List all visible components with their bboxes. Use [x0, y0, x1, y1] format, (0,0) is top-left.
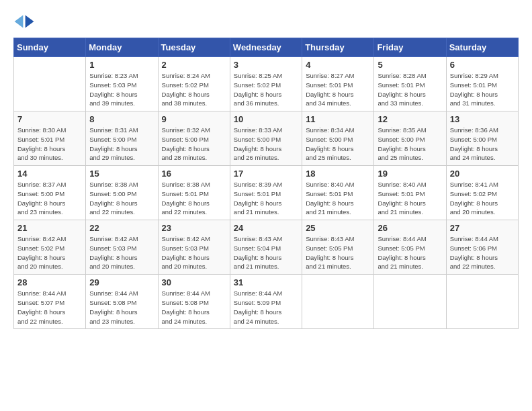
- day-info: Sunrise: 8:25 AM Sunset: 5:02 PM Dayligh…: [234, 71, 298, 108]
- calendar-cell: 9Sunrise: 8:32 AM Sunset: 5:00 PM Daylig…: [158, 111, 230, 166]
- day-number: 14: [17, 169, 82, 179]
- calendar-week-row: 28Sunrise: 8:44 AM Sunset: 5:07 PM Dayli…: [14, 275, 519, 329]
- day-number: 7: [17, 114, 82, 124]
- calendar-cell: 19Sunrise: 8:40 AM Sunset: 5:01 PM Dayli…: [374, 166, 446, 220]
- calendar-week-row: 1Sunrise: 8:23 AM Sunset: 5:03 PM Daylig…: [14, 57, 519, 111]
- day-info: Sunrise: 8:40 AM Sunset: 5:01 PM Dayligh…: [306, 180, 370, 217]
- day-number: 13: [450, 114, 515, 124]
- day-number: 19: [378, 169, 442, 179]
- day-info: Sunrise: 8:33 AM Sunset: 5:00 PM Dayligh…: [234, 126, 298, 163]
- calendar-header: SundayMondayTuesdayWednesdayThursdayFrid…: [14, 38, 519, 57]
- calendar-cell: [14, 57, 86, 111]
- day-info: Sunrise: 8:44 AM Sunset: 5:07 PM Dayligh…: [17, 289, 82, 326]
- day-info: Sunrise: 8:23 AM Sunset: 5:03 PM Dayligh…: [89, 71, 154, 108]
- calendar-cell: 28Sunrise: 8:44 AM Sunset: 5:07 PM Dayli…: [14, 275, 86, 329]
- day-number: 1: [89, 60, 154, 70]
- calendar-cell: 13Sunrise: 8:36 AM Sunset: 5:00 PM Dayli…: [446, 111, 518, 166]
- day-number: 31: [234, 277, 298, 287]
- day-number: 15: [89, 169, 154, 179]
- day-number: 9: [162, 114, 226, 124]
- logo-icon: [13, 11, 35, 32]
- day-number: 22: [89, 223, 154, 233]
- day-info: Sunrise: 8:28 AM Sunset: 5:01 PM Dayligh…: [378, 71, 442, 108]
- logo: [13, 11, 38, 32]
- day-info: Sunrise: 8:44 AM Sunset: 5:08 PM Dayligh…: [89, 289, 154, 326]
- day-info: Sunrise: 8:35 AM Sunset: 5:00 PM Dayligh…: [378, 126, 442, 163]
- calendar-cell: 30Sunrise: 8:44 AM Sunset: 5:08 PM Dayli…: [158, 275, 230, 329]
- weekday-header: Thursday: [302, 38, 374, 57]
- day-info: Sunrise: 8:42 AM Sunset: 5:03 PM Dayligh…: [89, 234, 154, 271]
- svg-marker-1: [15, 15, 24, 28]
- calendar-cell: 3Sunrise: 8:25 AM Sunset: 5:02 PM Daylig…: [230, 57, 302, 111]
- day-info: Sunrise: 8:44 AM Sunset: 5:08 PM Dayligh…: [162, 289, 226, 326]
- day-number: 29: [89, 277, 154, 287]
- page: SundayMondayTuesdayWednesdayThursdayFrid…: [0, 0, 532, 411]
- svg-marker-0: [26, 15, 34, 28]
- weekday-header: Sunday: [14, 38, 86, 57]
- calendar-cell: 20Sunrise: 8:41 AM Sunset: 5:02 PM Dayli…: [446, 166, 518, 220]
- calendar-cell: [446, 275, 518, 329]
- calendar-week-row: 21Sunrise: 8:42 AM Sunset: 5:02 PM Dayli…: [14, 220, 519, 275]
- day-info: Sunrise: 8:43 AM Sunset: 5:04 PM Dayligh…: [234, 234, 298, 271]
- calendar-body: 1Sunrise: 8:23 AM Sunset: 5:03 PM Daylig…: [14, 57, 519, 329]
- day-info: Sunrise: 8:30 AM Sunset: 5:01 PM Dayligh…: [17, 126, 82, 163]
- calendar-cell: 8Sunrise: 8:31 AM Sunset: 5:00 PM Daylig…: [86, 111, 158, 166]
- calendar-cell: 17Sunrise: 8:39 AM Sunset: 5:01 PM Dayli…: [230, 166, 302, 220]
- day-info: Sunrise: 8:41 AM Sunset: 5:02 PM Dayligh…: [450, 180, 515, 217]
- calendar-cell: 23Sunrise: 8:42 AM Sunset: 5:03 PM Dayli…: [158, 220, 230, 275]
- weekday-header: Friday: [374, 38, 446, 57]
- day-number: 12: [378, 114, 442, 124]
- day-info: Sunrise: 8:39 AM Sunset: 5:01 PM Dayligh…: [234, 180, 298, 217]
- calendar-cell: 16Sunrise: 8:38 AM Sunset: 5:01 PM Dayli…: [158, 166, 230, 220]
- calendar-cell: 26Sunrise: 8:44 AM Sunset: 5:05 PM Dayli…: [374, 220, 446, 275]
- day-info: Sunrise: 8:29 AM Sunset: 5:01 PM Dayligh…: [450, 71, 515, 108]
- day-number: 4: [306, 60, 370, 70]
- day-number: 24: [234, 223, 298, 233]
- day-number: 10: [234, 114, 298, 124]
- calendar-cell: 22Sunrise: 8:42 AM Sunset: 5:03 PM Dayli…: [86, 220, 158, 275]
- calendar-week-row: 7Sunrise: 8:30 AM Sunset: 5:01 PM Daylig…: [14, 111, 519, 166]
- calendar-cell: 29Sunrise: 8:44 AM Sunset: 5:08 PM Dayli…: [86, 275, 158, 329]
- day-info: Sunrise: 8:34 AM Sunset: 5:00 PM Dayligh…: [306, 126, 370, 163]
- day-info: Sunrise: 8:37 AM Sunset: 5:00 PM Dayligh…: [17, 180, 82, 217]
- day-info: Sunrise: 8:27 AM Sunset: 5:01 PM Dayligh…: [306, 71, 370, 108]
- day-info: Sunrise: 8:42 AM Sunset: 5:03 PM Dayligh…: [162, 234, 226, 271]
- calendar-cell: 4Sunrise: 8:27 AM Sunset: 5:01 PM Daylig…: [302, 57, 374, 111]
- day-info: Sunrise: 8:38 AM Sunset: 5:01 PM Dayligh…: [162, 180, 226, 217]
- day-number: 25: [306, 223, 370, 233]
- day-number: 8: [89, 114, 154, 124]
- day-number: 23: [162, 223, 226, 233]
- day-info: Sunrise: 8:36 AM Sunset: 5:00 PM Dayligh…: [450, 126, 515, 163]
- header: [13, 11, 519, 32]
- calendar-cell: 5Sunrise: 8:28 AM Sunset: 5:01 PM Daylig…: [374, 57, 446, 111]
- day-number: 2: [162, 60, 226, 70]
- day-info: Sunrise: 8:44 AM Sunset: 5:06 PM Dayligh…: [450, 234, 515, 271]
- day-number: 20: [450, 169, 515, 179]
- calendar-cell: 11Sunrise: 8:34 AM Sunset: 5:00 PM Dayli…: [302, 111, 374, 166]
- calendar-cell: 14Sunrise: 8:37 AM Sunset: 5:00 PM Dayli…: [14, 166, 86, 220]
- day-info: Sunrise: 8:38 AM Sunset: 5:00 PM Dayligh…: [89, 180, 154, 217]
- weekday-header: Wednesday: [230, 38, 302, 57]
- day-info: Sunrise: 8:40 AM Sunset: 5:01 PM Dayligh…: [378, 180, 442, 217]
- calendar-cell: 12Sunrise: 8:35 AM Sunset: 5:00 PM Dayli…: [374, 111, 446, 166]
- day-info: Sunrise: 8:31 AM Sunset: 5:00 PM Dayligh…: [89, 126, 154, 163]
- day-number: 6: [450, 60, 515, 70]
- day-info: Sunrise: 8:32 AM Sunset: 5:00 PM Dayligh…: [162, 126, 226, 163]
- day-number: 17: [234, 169, 298, 179]
- calendar-week-row: 14Sunrise: 8:37 AM Sunset: 5:00 PM Dayli…: [14, 166, 519, 220]
- day-number: 11: [306, 114, 370, 124]
- day-number: 3: [234, 60, 298, 70]
- day-number: 5: [378, 60, 442, 70]
- calendar-cell: 7Sunrise: 8:30 AM Sunset: 5:01 PM Daylig…: [14, 111, 86, 166]
- calendar-cell: [302, 275, 374, 329]
- day-info: Sunrise: 8:44 AM Sunset: 5:05 PM Dayligh…: [378, 234, 442, 271]
- calendar-cell: [374, 275, 446, 329]
- day-number: 18: [306, 169, 370, 179]
- weekday-header: Saturday: [446, 38, 518, 57]
- calendar-cell: 24Sunrise: 8:43 AM Sunset: 5:04 PM Dayli…: [230, 220, 302, 275]
- calendar: SundayMondayTuesdayWednesdayThursdayFrid…: [13, 38, 519, 329]
- weekday-header: Tuesday: [158, 38, 230, 57]
- day-number: 30: [162, 277, 226, 287]
- day-number: 26: [378, 223, 442, 233]
- day-number: 16: [162, 169, 226, 179]
